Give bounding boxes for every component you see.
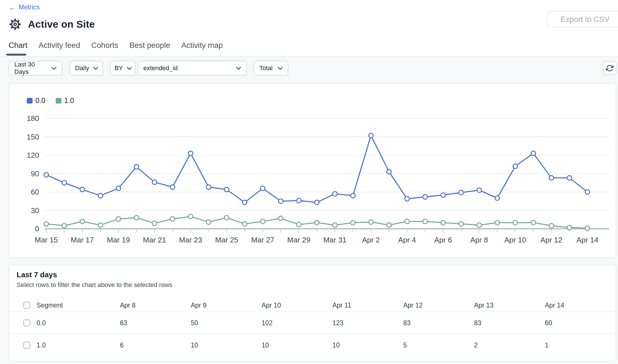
data-point-0.0-Mar 26: [242, 200, 247, 205]
chevron-down-icon: [93, 67, 98, 70]
value-cell-0.0-apr-10: 102: [262, 319, 332, 327]
column-header-apr-10: Apr 10: [262, 302, 332, 309]
filter-toolbar: Last 30 Days Daily BY extended_id Total: [9, 61, 288, 76]
table-header-row: SegmentApr 8Apr 9Apr 10Apr 11Apr 12Apr 1…: [9, 299, 616, 312]
data-point-0.0-Mar 18: [98, 193, 103, 198]
data-point-0.0-Mar 17: [80, 187, 85, 192]
breakdown-property-value: extended_id: [143, 64, 178, 72]
column-header-apr-12: Apr 12: [403, 302, 474, 309]
svg-text:Mar 15: Mar 15: [35, 236, 58, 244]
data-point-1.0-Mar 24: [206, 220, 211, 224]
svg-text:120: 120: [27, 151, 39, 159]
by-dropdown[interactable]: BY: [110, 61, 136, 76]
svg-text:Apr 6: Apr 6: [434, 236, 452, 244]
date-range-dropdown[interactable]: Last 30 Days: [9, 61, 62, 76]
svg-text:60: 60: [31, 188, 39, 196]
back-to-metrics-link[interactable]: ← Metrics: [9, 3, 40, 11]
value-cell-0.0-apr-12: 83: [403, 319, 474, 327]
data-point-0.0-Apr 4: [405, 197, 409, 201]
data-point-1.0-Mar 15: [44, 222, 49, 226]
column-header-apr-13: Apr 13: [474, 302, 545, 309]
tab-cohorts[interactable]: Cohorts: [91, 41, 119, 56]
granularity-dropdown[interactable]: Daily: [69, 61, 103, 76]
data-point-0.0-Mar 31: [333, 191, 337, 196]
data-point-0.0-Mar 19: [116, 186, 121, 191]
back-arrow-icon: ←: [9, 4, 16, 11]
data-point-1.0-Mar 25: [224, 215, 229, 220]
row-checkbox-0.0[interactable]: [23, 319, 30, 326]
data-point-0.0-Apr 1: [351, 193, 355, 198]
svg-text:Apr 2: Apr 2: [362, 236, 380, 244]
activity-line-chart: 0306090120150180Mar 15Mar 17Mar 19Mar 21…: [9, 84, 616, 257]
chevron-down-icon: [127, 67, 132, 70]
value-cell-1.0-apr-11: 10: [332, 341, 403, 349]
data-point-1.0-Apr 7: [459, 222, 464, 226]
data-point-0.0-Mar 29: [296, 198, 301, 203]
breakdown-property-select[interactable]: extended_id: [138, 61, 247, 76]
table-row-0.0[interactable]: 0.06350102123838360: [9, 312, 616, 334]
tab-best-people[interactable]: Best people: [129, 41, 170, 56]
data-point-1.0-Apr 1: [351, 221, 355, 225]
table-title: Last 7 days: [17, 270, 57, 279]
tab-chart[interactable]: Chart: [9, 41, 27, 56]
data-point-0.0-Apr 10: [513, 164, 517, 169]
segment-cell: 0.0: [23, 319, 120, 327]
data-point-1.0-Apr 9: [495, 221, 499, 225]
data-point-1.0-Apr 4: [405, 219, 409, 224]
value-cell-1.0-apr-12: 5: [403, 341, 474, 349]
column-header-apr-11: Apr 11: [332, 302, 403, 309]
tab-activity-feed[interactable]: Activity feed: [39, 41, 80, 56]
data-point-1.0-Mar 29: [296, 222, 301, 227]
date-range-value: Last 30 Days: [14, 61, 47, 76]
data-point-0.0-Apr 12: [549, 176, 554, 180]
svg-text:Mar 29: Mar 29: [287, 236, 310, 244]
svg-text:Apr 12: Apr 12: [540, 236, 562, 244]
aggregation-value: Total: [259, 64, 272, 72]
svg-text:Apr 14: Apr 14: [577, 236, 599, 244]
value-cell-1.0-apr-14: 1: [545, 341, 616, 349]
chevron-down-icon: [278, 67, 283, 70]
svg-text:Mar 25: Mar 25: [215, 236, 238, 244]
data-point-1.0-Mar 31: [333, 223, 337, 227]
data-point-0.0-Mar 16: [62, 181, 67, 185]
tab-activity-map[interactable]: Activity map: [181, 41, 223, 56]
value-cell-0.0-apr-13: 83: [474, 319, 545, 327]
segment-column-label: Segment: [37, 302, 63, 309]
refresh-button[interactable]: [603, 61, 617, 75]
data-point-1.0-Mar 20: [134, 215, 139, 220]
data-point-0.0-Mar 25: [224, 187, 229, 192]
segment-cell: 1.0: [23, 341, 120, 349]
aggregation-dropdown[interactable]: Total: [254, 61, 288, 76]
data-point-1.0-Apr 6: [441, 221, 446, 225]
page-header: ← Metrics Active on Site Export to CSV C…: [0, 0, 618, 57]
granularity-value: Daily: [75, 64, 89, 72]
data-point-1.0-Mar 27: [260, 219, 265, 224]
data-point-0.0-Mar 28: [278, 199, 283, 203]
data-point-1.0-Mar 28: [278, 216, 283, 221]
data-point-0.0-Apr 9: [495, 196, 499, 201]
row-checkbox-1.0[interactable]: [23, 342, 30, 349]
value-cell-1.0-apr-8: 6: [120, 341, 191, 349]
data-point-0.0-Mar 30: [315, 200, 319, 205]
data-point-1.0-Apr 11: [531, 221, 536, 225]
value-cell-0.0-apr-11: 123: [332, 319, 403, 327]
data-point-0.0-Apr 5: [423, 195, 428, 199]
page-title: Active on Site: [28, 19, 95, 30]
data-point-0.0-Apr 6: [441, 193, 446, 197]
data-point-0.0-Mar 22: [170, 185, 175, 189]
data-point-1.0-Apr 8: [477, 223, 481, 227]
data-point-1.0-Apr 10: [513, 221, 517, 225]
value-cell-0.0-apr-8: 63: [120, 319, 191, 327]
svg-text:90: 90: [31, 169, 39, 178]
last-7-days-card: Last 7 days Select rows to filter the ch…: [9, 265, 616, 361]
table-row-1.0[interactable]: 1.06101010521: [9, 334, 616, 356]
select-all-checkbox[interactable]: [23, 302, 30, 309]
svg-text:150: 150: [27, 133, 39, 141]
svg-text:0: 0: [35, 225, 39, 233]
column-header-apr-8: Apr 8: [120, 302, 191, 309]
data-point-0.0-Apr 11: [531, 151, 536, 156]
svg-text:Mar 23: Mar 23: [179, 236, 202, 244]
segment-header-cell: Segment: [23, 302, 120, 309]
export-to-csv-button[interactable]: Export to CSV: [547, 11, 618, 28]
svg-text:Apr 8: Apr 8: [470, 236, 488, 244]
